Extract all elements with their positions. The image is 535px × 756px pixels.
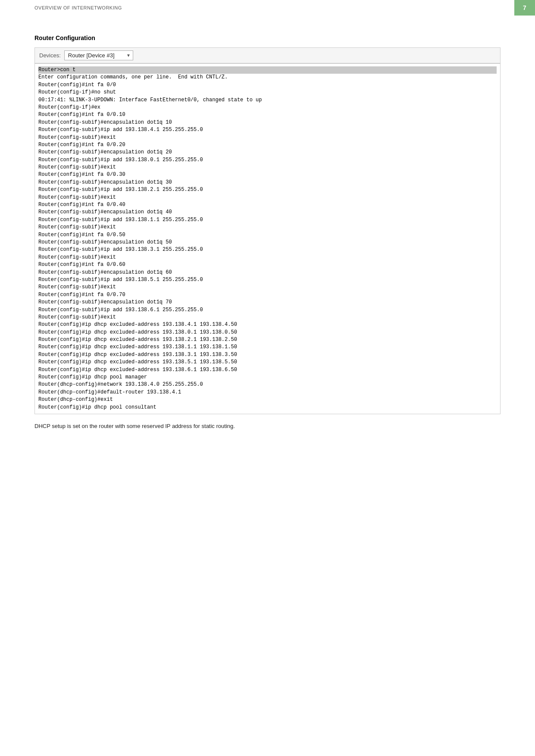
device-dropdown-wrapper[interactable]: Router [Device #3] ▼ [64,50,133,60]
terminal-line: Router(config)#int fa 0/0.10 [38,111,497,119]
terminal-line: Router(config-subif)#ip add 193.138.0.1 … [38,156,497,164]
terminal-line: Router(config-subif)#encapsulation dot1q… [38,209,497,216]
main-content: Router Configuration Devices: Router [De… [34,34,501,431]
terminal-line: Router(config-subif)#ip add 193.138.4.1 … [38,126,497,134]
terminal-line: Router(config-subif)#encapsulation dot1q… [38,239,497,246]
terminal-line: Router(config-subif)#ip add 193.138.6.1 … [38,306,497,314]
terminal-line: Router(config)#int fa 0/0.50 [38,231,497,239]
terminal-line: Router(config-subif)#encapsulation dot1q… [38,149,497,156]
terminal-line: Router(config-subif)#encapsulation dot1q… [38,119,497,126]
page-number-badge: 7 [514,0,535,16]
terminal-line: Router(config-subif)#exit [38,314,497,321]
terminal-line: Router(config-subif)#exit [38,284,497,291]
terminal-line: Router(dhcp-config)#network 193.138.4.0 … [38,381,497,388]
terminal-line: Enter configuration commands, one per li… [38,74,497,81]
section-title: Router Configuration [34,34,501,41]
device-selector-value: Router [Device #3] [64,50,133,60]
terminal-line: Router(config)#ip dhcp excluded-address … [38,359,497,366]
terminal-line: Router(config-subif)#ip add 193.138.2.1 … [38,186,497,194]
terminal-box: Router>con tEnter configuration commands… [34,63,501,414]
terminal-line: Router(config)#ip dhcp pool manager [38,374,497,381]
terminal-line: Router(config)#int fa 0/0.30 [38,171,497,178]
terminal-line: Router(config)#ip dhcp excluded-address … [38,336,497,344]
terminal-line: Router(config-subif)#encapsulation dot1q… [38,269,497,276]
terminal-line: Router(config-if)#no shut [38,89,497,96]
terminal-line: Router(config)#ip dhcp excluded-address … [38,344,497,351]
terminal-line: Router(config)#int fa 0/0.20 [38,141,497,149]
terminal-line: Router(config-subif)#ip add 193.138.5.1 … [38,276,497,284]
terminal-line: Router(config-subif)#ip add 193.138.1.1 … [38,216,497,224]
terminal-line: Router(config)#ip dhcp pool consultant [38,404,497,411]
terminal-line: Router(config-subif)#exit [38,224,497,231]
page-header: OVERVIEW OF INTERNETWORKING [34,5,122,10]
description-text: DHCP setup is set on the router with som… [34,422,501,431]
terminal-line: Router(config)#ip dhcp excluded-address … [38,351,497,359]
terminal-line: Router>con t [38,66,497,74]
terminal-line: Router(config-if)#ex [38,104,497,111]
terminal-line: Router(config)#int fa 0/0.60 [38,261,497,269]
terminal-line: Router(config-subif)#exit [38,164,497,171]
terminal-line: Router(config)#int fa 0/0.70 [38,291,497,299]
terminal-line: Router(config)#int fa 0/0.40 [38,201,497,209]
terminal-line: Router(config-subif)#exit [38,254,497,261]
terminal-line: Router(config)#ip dhcp excluded-address … [38,366,497,374]
terminal-line: 00:17:41: %LINK-3-UPDOWN: Interface Fast… [38,97,497,104]
terminal-line: Router(config-subif)#exit [38,134,497,141]
terminal-line: Router(config-subif)#exit [38,194,497,201]
terminal-line: Router(config-subif)#encapsulation dot1q… [38,179,497,186]
terminal-line: Router(config)#int fa 0/0 [38,81,497,89]
device-selector-bar: Devices: Router [Device #3] ▼ [34,47,501,63]
terminal-line: Router(config-subif)#ip add 193.138.3.1 … [38,246,497,253]
terminal-line: Router(config-subif)#encapsulation dot1q… [38,299,497,306]
terminal-line: Router(config)#ip dhcp excluded-address … [38,321,497,328]
terminal-line: Router(dhcp-config)#exit [38,396,497,403]
device-selector-label: Devices: [39,52,61,59]
terminal-line: Router(dhcp-config)#default-router 193.1… [38,389,497,396]
terminal-line: Router(config)#ip dhcp excluded-address … [38,329,497,336]
